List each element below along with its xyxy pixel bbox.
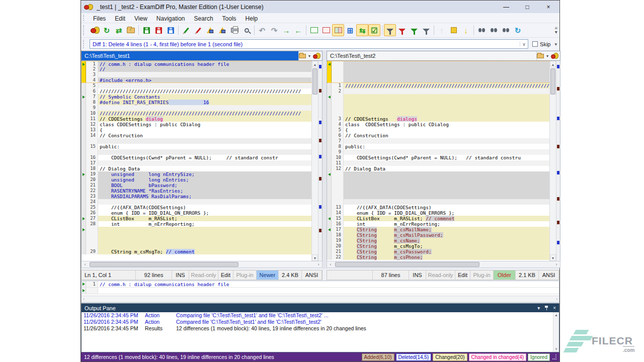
menu-item-edit[interactable]: Edit — [110, 14, 130, 23]
code-line[interactable] — [98, 138, 311, 144]
find-icon[interactable] — [475, 24, 488, 36]
diff-marker-icon[interactable] — [327, 61, 332, 66]
menu-item-search[interactable]: Search — [190, 14, 218, 23]
code-line[interactable]: { — [98, 127, 311, 133]
diff-marker-icon[interactable] — [82, 94, 86, 100]
swap-panes-icon[interactable]: ⇄ — [113, 24, 125, 36]
close-button[interactable]: × — [544, 4, 552, 11]
show-first-pane-icon[interactable] — [308, 24, 320, 36]
diff-marker-icon[interactable] — [327, 216, 332, 221]
filter-deleted-icon[interactable] — [396, 24, 408, 36]
code-line[interactable] — [98, 232, 311, 238]
skip-checkbox[interactable] — [532, 41, 538, 47]
code-line[interactable]: CListBox m_RASList; // commnet — [344, 216, 549, 221]
code-line[interactable]: // CDOESettings dialog — [98, 116, 311, 122]
filter-search-icon[interactable] — [420, 24, 432, 36]
edit-second-file-icon[interactable] — [192, 24, 204, 36]
code-line[interactable]: CString m_csPhone; — [344, 254, 549, 260]
code-line[interactable] — [344, 94, 549, 100]
code-line[interactable]: CString m_csMailName; — [344, 227, 549, 232]
code-line[interactable] — [344, 105, 549, 111]
code-line[interactable]: RASDIALPARAMS RasDialParams; — [98, 194, 311, 199]
code-line[interactable] — [344, 160, 549, 166]
code-line[interactable] — [98, 149, 311, 155]
first-file-vscrollbar[interactable]: ▲ ▼ — [311, 61, 318, 261]
code-line[interactable] — [344, 88, 549, 94]
code-line[interactable]: CListBox m_RASList; — [98, 216, 311, 221]
hscroll-thumb[interactable] — [335, 262, 479, 267]
diff-marker-icon[interactable] — [327, 94, 332, 100]
second-file-hscrollbar[interactable]: ‹ › — [327, 261, 560, 268]
toolbar-overflow-icon[interactable]: »▾ — [554, 26, 559, 34]
first-file-hscrollbar[interactable]: ‹ › — [81, 261, 323, 268]
next-diff-icon[interactable]: ↓ — [460, 24, 472, 36]
split-vertical-icon[interactable] — [332, 24, 344, 36]
output-vscrollbar[interactable]: ▲ ∨ — [553, 312, 559, 352]
code-line[interactable]: CString m_csMsgTo; // comment — [98, 249, 311, 254]
scroll-right-icon[interactable]: › — [315, 262, 322, 267]
save-all-icon[interactable] — [165, 24, 177, 36]
diff-marker-icon[interactable] — [82, 216, 86, 221]
code-line[interactable]: { — [344, 127, 549, 133]
code-line[interactable]: unsigned long nEntries; — [98, 177, 311, 183]
output-menu-icon[interactable]: ▾ — [537, 306, 540, 311]
scroll-left-icon[interactable]: ‹ — [82, 262, 89, 267]
code-line[interactable]: class CDOESettings : public CDialog — [344, 122, 549, 127]
first-file-editor[interactable]: 1// comm.h : dialup communications heade… — [81, 61, 323, 261]
code-line[interactable]: // Symbolic Constants — [98, 94, 311, 100]
copy-left-icon[interactable]: ← — [292, 24, 304, 36]
diff-combo-dropdown-icon[interactable]: ∨ — [520, 42, 528, 47]
menu-item-tools[interactable]: Tools — [218, 14, 241, 23]
scroll-up-icon[interactable]: ▲ — [553, 312, 559, 318]
code-line[interactable] — [344, 171, 549, 177]
code-line[interactable] — [98, 160, 311, 166]
code-line[interactable]: class CDOESettings : public CDialog — [98, 122, 311, 127]
code-line[interactable] — [344, 72, 549, 77]
diff-marker-icon[interactable] — [327, 171, 332, 177]
code-line[interactable]: #include <errno.h> — [98, 77, 311, 82]
menu-item-files[interactable]: Files — [89, 14, 110, 23]
diff-combo[interactable]: Diff 1: Delete 4 lines (1 - 4, first fil… — [90, 39, 528, 49]
first-file-path[interactable]: C:\Test\Test\_test1 — [82, 53, 298, 59]
code-line[interactable] — [98, 83, 311, 88]
menu-item-navigation[interactable]: Navigation — [152, 14, 190, 23]
redo-icon[interactable]: ↷ — [268, 24, 280, 36]
resize-grip[interactable] — [552, 354, 556, 359]
code-line[interactable]: enum { IDD = IDD_DIAL_ON_ERRORS }; — [98, 210, 311, 216]
diffbar-overflow-icon[interactable]: ▾ — [554, 42, 559, 47]
code-line[interactable]: // — [98, 66, 311, 72]
diff-marker-icon[interactable] — [327, 227, 332, 232]
code-line[interactable]: // Dialog Data — [98, 166, 311, 171]
print-icon[interactable] — [228, 24, 240, 36]
code-line[interactable] — [344, 77, 549, 82]
code-line[interactable]: int m_nErrReporting; — [98, 221, 311, 227]
code-line[interactable] — [344, 194, 549, 199]
code-line[interactable]: #define INIT_RAS_ENTRIES 16 — [98, 100, 311, 105]
scroll-left-icon[interactable]: ‹ — [83, 297, 85, 302]
code-line[interactable] — [344, 66, 549, 72]
first-file-header[interactable]: C:\Test\Test\_test1 ▾ — [81, 51, 323, 61]
pane-splitter[interactable] — [323, 51, 327, 269]
code-line[interactable]: ////////////////////////////////////////… — [98, 88, 311, 94]
output-pin-icon[interactable] — [544, 306, 548, 310]
menu-item-view[interactable]: View — [130, 14, 152, 23]
second-file-editor[interactable]: 1///////////////////////////////////////… — [327, 61, 560, 261]
second-file-compare-icon[interactable] — [551, 53, 558, 59]
code-line[interactable]: public: — [344, 144, 549, 149]
code-line[interactable]: RASENTRYNAME *RasEntries; — [98, 188, 311, 194]
diff-marker-icon[interactable] — [82, 227, 86, 232]
scroll-up-icon[interactable]: ▲ — [312, 61, 318, 67]
print-preview-icon[interactable] — [240, 24, 253, 36]
previous-diff-icon[interactable]: ↑ — [436, 24, 448, 36]
first-file-compare-icon[interactable] — [313, 53, 320, 59]
code-line[interactable] — [344, 188, 549, 194]
code-line[interactable]: // Construction — [98, 133, 311, 138]
undo-icon[interactable]: ↶ — [256, 24, 268, 36]
code-line[interactable] — [98, 227, 311, 232]
code-line[interactable] — [344, 149, 549, 155]
hscroll-thumb[interactable] — [90, 262, 238, 267]
code-line[interactable]: CString m_csMsgTo; — [344, 243, 549, 249]
code-line[interactable]: CString m_csPassword; — [344, 249, 549, 254]
code-line[interactable]: CDOESettings(Cwnd* pParent = NULL); // s… — [98, 155, 311, 160]
code-line[interactable] — [98, 243, 311, 249]
